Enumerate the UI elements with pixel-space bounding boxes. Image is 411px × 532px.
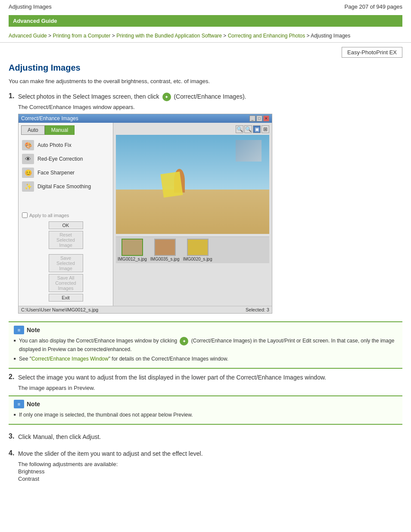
step-2-text: Select the image you want to adjust from… (18, 373, 326, 382)
pagination: Page 207 of 949 pages (345, 3, 402, 10)
red-eye-icon: 👁 (22, 154, 34, 164)
step-3-header: 3. Click Manual, then click Adjust. (9, 432, 402, 442)
auto-photo-fix-icon: 🎨 (22, 140, 34, 150)
thumb-label-1: IMG0012_s.jpg (118, 257, 147, 261)
save-selected-button[interactable]: Save Selected Image (49, 254, 83, 272)
window-restore-btn[interactable]: □ (256, 115, 262, 121)
dialog-body: Auto Manual 🎨 Auto Photo Fix 👁 Red-Eye C… (19, 123, 272, 306)
zoom-out-btn[interactable]: 🔍 (236, 125, 243, 133)
dialog-titlebar: Correct/Enhance Images _ □ ✕ (19, 114, 272, 123)
adjustment-brightness: Brightness (18, 468, 402, 475)
main-content: Adjusting Images You can make fine adjus… (0, 60, 411, 498)
thumb-img-2 (154, 239, 176, 256)
preview-sand (116, 190, 269, 234)
statusbar-selected: Selected: 3 (246, 307, 269, 312)
step-1: 1. Select photos in the Select Images sc… (9, 92, 402, 314)
zoom-controls: 🔍 🔍 ▣ ⊞ (116, 125, 269, 133)
tool-face-smoothing[interactable]: ✨ Digital Face Smoothing (21, 180, 110, 193)
statusbar-path: C:\Users\User Name\IMG0012_s.jpg (21, 307, 98, 312)
step-1-number: 1. (9, 92, 18, 100)
actual-size-btn[interactable]: ⊞ (262, 125, 269, 133)
step-4-text: Move the slider of the item you want to … (18, 449, 203, 458)
exit-button[interactable]: Exit (49, 294, 83, 302)
window-close-btn[interactable]: ✕ (263, 115, 269, 121)
note-label-1: Note (27, 327, 40, 333)
thumb-img-1 (121, 239, 143, 256)
step-4: 4. Move the slider of the item you want … (9, 449, 402, 482)
window-controls: _ □ ✕ (249, 115, 269, 121)
banner-text: Advanced Guide (13, 18, 57, 24)
tool-face-sharpener-label: Face Sharpener (37, 170, 75, 176)
step-4-header: 4. Move the slider of the item you want … (9, 449, 402, 458)
correct-enhance-dialog: Correct/Enhance Images _ □ ✕ Auto Manual… (18, 114, 272, 314)
window-minimize-btn[interactable]: _ (249, 115, 255, 121)
reset-button[interactable]: Reset Selected Image (49, 231, 83, 249)
tab-manual[interactable]: Manual (45, 125, 75, 135)
zoom-in-btn[interactable]: 🔍 (244, 125, 252, 133)
face-smoothing-icon: ✨ (22, 181, 34, 192)
note-item-1-2: See "Correct/Enhance Images Window" for … (14, 355, 397, 363)
product-badge-area: Easy-PhotoPrint EX (0, 43, 411, 60)
image-preview (116, 135, 269, 234)
note-list-1: You can also display the Correct/Enhance… (14, 337, 397, 363)
apply-all-checkbox[interactable] (22, 212, 28, 218)
save-all-button[interactable]: Save All Corrected Images (49, 274, 83, 292)
note-list-2: If only one image is selected, the thumb… (14, 411, 397, 419)
thumb-img-3 (187, 239, 209, 256)
preview-object (160, 171, 183, 198)
breadcrumb-advanced-guide[interactable]: Advanced Guide (9, 33, 47, 39)
ok-button[interactable]: OK (49, 221, 83, 229)
dialog-right-panel: 🔍 🔍 ▣ ⊞ (113, 123, 272, 306)
page-title: Adjusting Images (9, 63, 402, 73)
fit-btn[interactable]: ▣ (253, 125, 261, 133)
face-sharpener-icon: 😊 (22, 168, 34, 178)
thumb-label-2: IMG0035_s.jpg (150, 257, 180, 261)
tab-auto[interactable]: Auto (21, 125, 45, 135)
step-2: 2. Select the image you want to adjust f… (9, 373, 402, 425)
breadcrumb-correcting[interactable]: Correcting and Enhancing Photos (228, 33, 305, 39)
apply-all-label: Apply to all images (29, 213, 69, 218)
step-3-number: 3. (9, 432, 18, 440)
intro-text: You can make fine adjustments to the ove… (9, 78, 402, 84)
dialog-tabs: Auto Manual (21, 125, 110, 135)
step-3-text: Click Manual, then click Adjust. (18, 432, 101, 442)
apply-all-checkbox-area[interactable]: Apply to all images (21, 211, 110, 220)
thumbnail-1[interactable]: IMG0012_s.jpg (118, 239, 147, 261)
thumbnail-2[interactable]: IMG0035_s.jpg (150, 239, 180, 261)
note-box-1: ≡ Note You can also display the Correct/… (9, 321, 402, 369)
tool-red-eye-label: Red-Eye Correction (37, 156, 83, 162)
dialog-title: Correct/Enhance Images (21, 115, 78, 121)
dialog-statusbar: C:\Users\User Name\IMG0012_s.jpg Selecte… (19, 306, 272, 313)
preview-buildings (236, 140, 262, 162)
adjustment-contrast: Contrast (18, 476, 402, 482)
tool-auto-photo-fix[interactable]: 🎨 Auto Photo Fix (21, 138, 110, 152)
breadcrumb-bundled-software[interactable]: Printing with the Bundled Application So… (116, 33, 222, 39)
correct-enhance-link[interactable]: Correct/Enhance Images Window (31, 356, 109, 362)
note-item-2-1: If only one image is selected, the thumb… (14, 411, 397, 419)
thumbnail-3[interactable]: IMG0020_s.jpg (183, 239, 212, 261)
note-label-2: Note (27, 401, 40, 408)
step-2-header: 2. Select the image you want to adjust f… (9, 373, 402, 382)
step-2-number: 2. (9, 373, 18, 381)
correct-enhance-icon: ✦ (162, 93, 171, 101)
step-1-text: Select photos in the Select Images scree… (18, 92, 246, 101)
note-icon-2: ≡ (14, 400, 24, 408)
breadcrumb-current: Adjusting Images (311, 33, 350, 39)
step-1-header: 1. Select photos in the Select Images sc… (9, 92, 402, 101)
tool-red-eye[interactable]: 👁 Red-Eye Correction (21, 152, 110, 166)
thumb-label-3: IMG0020_s.jpg (183, 257, 212, 261)
note-header-1: ≡ Note (14, 326, 397, 334)
note-header-2: ≡ Note (14, 400, 397, 408)
step-2-subtext: The image appears in Preview. (18, 385, 402, 391)
note-icon-inline: ✦ (180, 337, 188, 345)
dialog-thumbnails: IMG0012_s.jpg IMG0035_s.jpg IMG0020_s.jp… (116, 236, 269, 263)
page-header: Adjusting Images Page 207 of 949 pages (0, 0, 411, 12)
breadcrumb-printing-from[interactable]: Printing from a Computer (53, 33, 110, 39)
tool-face-smoothing-label: Digital Face Smoothing (37, 184, 91, 190)
tool-auto-photo-fix-label: Auto Photo Fix (37, 142, 72, 148)
product-badge: Easy-PhotoPrint EX (342, 47, 402, 58)
adjustments-list: The following adjustments are available:… (18, 461, 402, 482)
note-item-1-1: You can also display the Correct/Enhance… (14, 337, 397, 353)
adjustments-label: The following adjustments are available: (18, 461, 402, 467)
tool-face-sharpener[interactable]: 😊 Face Sharpener (21, 166, 110, 180)
